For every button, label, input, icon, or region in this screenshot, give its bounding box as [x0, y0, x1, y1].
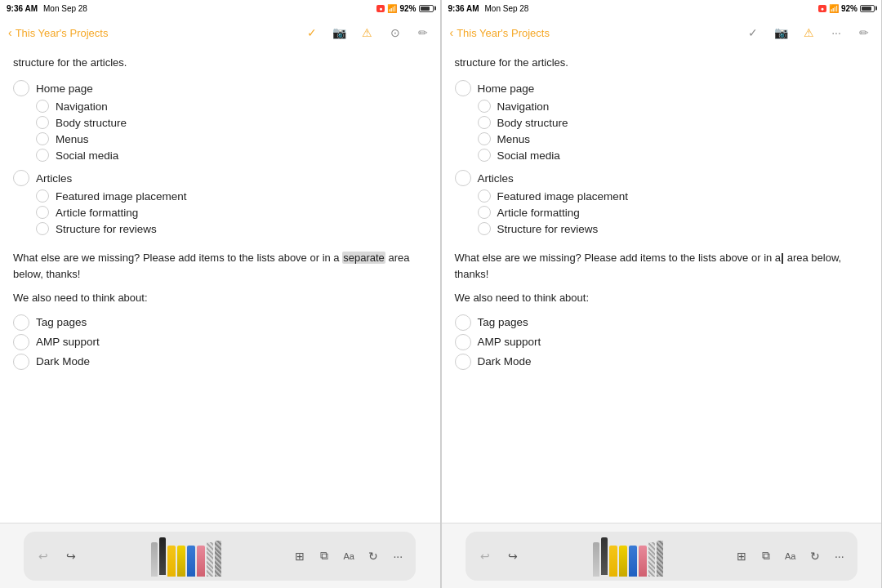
- pen-group-right: [593, 536, 663, 577]
- checkmark-icon-left[interactable]: ✓: [303, 24, 321, 42]
- compose-icon-right[interactable]: ✏: [855, 24, 873, 42]
- list-item-tag-pages-left[interactable]: Tag pages: [13, 314, 427, 331]
- pencil-gray-icon-right[interactable]: [593, 542, 599, 577]
- back-link-right[interactable]: This Year's Projects: [457, 27, 550, 39]
- more-icon-left[interactable]: ···: [388, 546, 408, 566]
- link-icon-right[interactable]: ⧉: [756, 546, 776, 566]
- pen-blue-icon-left[interactable]: [187, 546, 195, 577]
- list-item-menus-right[interactable]: Menus: [455, 132, 869, 145]
- checkbox-tag-pages-left[interactable]: [13, 314, 29, 331]
- warning-icon-right[interactable]: ⚠: [800, 24, 817, 42]
- more-icon-right[interactable]: ···: [830, 546, 849, 566]
- list-item-featured-left[interactable]: Featured image placement: [13, 189, 427, 203]
- list-item-featured-right[interactable]: Featured image placement: [455, 189, 869, 203]
- checkbox-tag-pages-right[interactable]: [455, 314, 471, 331]
- checkbox-featured-right[interactable]: [478, 189, 491, 203]
- font-button-left[interactable]: Aa: [339, 546, 359, 566]
- checkbox-article-formatting-left[interactable]: [36, 206, 49, 219]
- list-item-social-media-left[interactable]: Social media: [13, 149, 427, 162]
- list-item-body-structure-right[interactable]: Body structure: [455, 116, 869, 129]
- checkbox-featured-left[interactable]: [36, 189, 49, 203]
- checkbox-structure-reviews-right[interactable]: [478, 222, 491, 235]
- label-social-media-right: Social media: [497, 149, 560, 162]
- checkbox-social-media-right[interactable]: [478, 149, 491, 162]
- warning-icon-left[interactable]: ⚠: [359, 24, 376, 42]
- pen-black-icon-left[interactable]: [159, 537, 166, 575]
- list-item-amp-left[interactable]: AMP support: [13, 334, 427, 350]
- list-item-homepage-right[interactable]: Home page: [455, 80, 869, 96]
- pen-yellow-icon-left[interactable]: [167, 546, 176, 577]
- pen-black-icon-right[interactable]: [601, 537, 608, 575]
- font-button-right[interactable]: Aa: [781, 546, 800, 566]
- redo-button-right[interactable]: ↪: [501, 545, 524, 568]
- checkbox-articles-right[interactable]: [455, 170, 471, 186]
- list-item-structure-reviews-right[interactable]: Structure for reviews: [455, 222, 869, 235]
- checkbox-homepage-right[interactable]: [455, 80, 471, 96]
- pen-pink-icon-left[interactable]: [197, 546, 205, 577]
- checkmark-icon-right[interactable]: ✓: [744, 24, 762, 42]
- pen-pink-icon-right[interactable]: [639, 546, 647, 577]
- label-featured-left: Featured image placement: [56, 190, 187, 203]
- pen-yellow2-icon-right[interactable]: [619, 546, 627, 577]
- camera-icon-right[interactable]: 📷: [772, 24, 790, 42]
- battery-percent-right: 92%: [841, 4, 858, 13]
- list-item-tag-pages-right[interactable]: Tag pages: [455, 314, 869, 331]
- checkbox-menus-left[interactable]: [36, 132, 49, 145]
- pencil-gray-icon-left[interactable]: [151, 542, 158, 577]
- checkbox-structure-reviews-left[interactable]: [36, 222, 49, 235]
- list-item-menus-left[interactable]: Menus: [13, 132, 427, 145]
- pen-striped-icon-left[interactable]: [207, 542, 213, 577]
- back-chevron-left[interactable]: ‹: [8, 26, 12, 39]
- list-item-articles-left[interactable]: Articles: [13, 170, 427, 186]
- list-item-article-formatting-left[interactable]: Article formatting: [13, 206, 427, 219]
- list-item-dark-mode-right[interactable]: Dark Mode: [455, 354, 869, 370]
- list-item-homepage-left[interactable]: Home page: [13, 80, 427, 96]
- content-right: structure for the articles. Home page Na…: [442, 49, 882, 523]
- checkbox-social-media-left[interactable]: [36, 149, 49, 162]
- checkbox-amp-right[interactable]: [455, 334, 471, 350]
- list-item-amp-right[interactable]: AMP support: [455, 334, 869, 350]
- camera-icon-left[interactable]: 📷: [331, 24, 349, 42]
- status-bar-left: 9:36 AM Mon Sep 28 ● 📶 92%: [0, 0, 440, 16]
- label-homepage-left: Home page: [36, 82, 93, 95]
- undo-button-right[interactable]: ↩: [474, 545, 497, 568]
- list-item-structure-reviews-left[interactable]: Structure for reviews: [13, 222, 427, 235]
- checkbox-amp-left[interactable]: [13, 334, 29, 350]
- list-item-social-media-right[interactable]: Social media: [455, 149, 869, 162]
- pen-yellow-icon-right[interactable]: [609, 546, 617, 577]
- list-item-articles-right[interactable]: Articles: [455, 170, 869, 186]
- checkbox-dark-mode-left[interactable]: [13, 354, 29, 370]
- pen-striped2-icon-left[interactable]: [215, 541, 221, 577]
- checkbox-homepage-left[interactable]: [13, 80, 29, 96]
- checkbox-articles-left[interactable]: [13, 170, 29, 186]
- list-item-body-structure-left[interactable]: Body structure: [13, 116, 427, 129]
- content-left: structure for the articles. Home page Na…: [0, 49, 440, 523]
- share-icon-left[interactable]: ⊙: [386, 24, 404, 42]
- rotate-icon-right[interactable]: ↻: [805, 546, 825, 566]
- checkbox-menus-right[interactable]: [478, 132, 491, 145]
- pen-blue-icon-right[interactable]: [629, 546, 637, 577]
- checkbox-body-structure-right[interactable]: [478, 116, 491, 129]
- compose-icon-left[interactable]: ✏: [414, 24, 432, 42]
- pen-striped2-icon-right[interactable]: [657, 541, 663, 577]
- checkbox-navigation-left[interactable]: [36, 100, 49, 113]
- redo-button-left[interactable]: ↪: [60, 545, 82, 568]
- back-chevron-right[interactable]: ‹: [450, 26, 454, 39]
- ellipsis-icon-right[interactable]: ···: [827, 24, 845, 42]
- checkbox-body-structure-left[interactable]: [36, 116, 49, 129]
- list-item-navigation-right[interactable]: Navigation: [455, 100, 869, 113]
- rotate-icon-left[interactable]: ↻: [363, 546, 383, 566]
- pen-striped-icon-right[interactable]: [648, 542, 655, 577]
- list-item-dark-mode-left[interactable]: Dark Mode: [13, 354, 427, 370]
- pen-yellow2-icon-left[interactable]: [177, 546, 185, 577]
- checkbox-dark-mode-right[interactable]: [455, 354, 471, 370]
- table-icon-right[interactable]: ⊞: [732, 546, 751, 566]
- list-item-navigation-left[interactable]: Navigation: [13, 100, 427, 113]
- list-item-article-formatting-right[interactable]: Article formatting: [455, 206, 869, 219]
- table-icon-left[interactable]: ⊞: [290, 546, 310, 566]
- link-icon-left[interactable]: ⧉: [314, 546, 334, 566]
- back-link-left[interactable]: This Year's Projects: [16, 27, 109, 39]
- checkbox-article-formatting-right[interactable]: [478, 206, 491, 219]
- checkbox-navigation-right[interactable]: [478, 100, 491, 113]
- undo-button-left[interactable]: ↩: [32, 545, 55, 568]
